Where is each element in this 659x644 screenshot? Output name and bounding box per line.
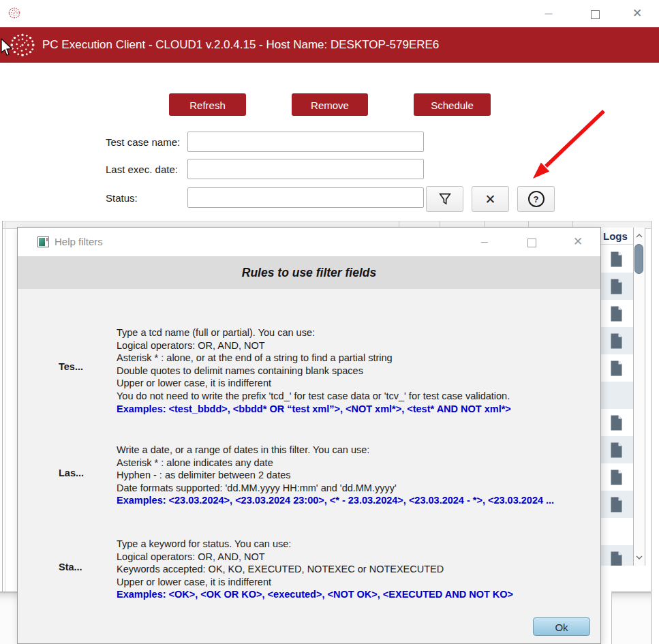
app-logo-icon (7, 6, 21, 20)
grid-vertical-scrollbar[interactable] (633, 228, 645, 566)
dialog-app-icon (37, 236, 49, 247)
table-row[interactable] (599, 518, 634, 545)
help-section-label: Las... (59, 467, 113, 478)
table-row[interactable] (599, 273, 634, 300)
help-section-examples: Examples: <OK>, <OK OR KO>, <executed>, … (117, 588, 598, 601)
logs-column-header[interactable]: Logs (598, 228, 633, 245)
maximize-icon (591, 10, 600, 19)
close-button[interactable]: ✕ (626, 5, 649, 22)
help-section-examples: Examples: <23.03.2024>, <23.03.2024 23:0… (117, 494, 598, 507)
log-file-icon[interactable] (609, 251, 624, 268)
log-file-icon[interactable] (609, 496, 624, 513)
grid-right-border (651, 221, 652, 644)
scrollbar-thumb[interactable] (634, 244, 643, 274)
help-section-examples: Examples: <test_bbdd>, <bbdd* OR “test x… (117, 403, 598, 416)
help-filter-button[interactable]: ? (517, 186, 555, 212)
table-row[interactable] (599, 545, 634, 566)
dialog-maximize-icon (527, 239, 536, 247)
refresh-button[interactable]: Refresh (169, 93, 246, 116)
remove-button[interactable]: Remove (292, 93, 368, 116)
table-row[interactable] (599, 436, 634, 463)
table-row[interactable] (599, 245, 634, 273)
apply-filter-button[interactable] (426, 186, 463, 212)
app-logo-icon-large (8, 31, 37, 59)
dialog-heading-band: Rules to use filter fields (18, 256, 600, 289)
dialog-minimize-button[interactable]: ─ (473, 233, 496, 251)
app-title: PC Execution Client - CLOUD1 v.2.0.4.15 … (42, 27, 439, 63)
log-file-icon[interactable] (609, 278, 624, 295)
help-filters-dialog: Help filters ─ ✕ Rules to use filter fie… (17, 227, 601, 644)
table-row[interactable] (599, 491, 634, 518)
grid-left-border (2, 221, 3, 592)
app-root: ─ ✕ PC Execution Client - CLOUD1 v.2.0.4… (0, 0, 659, 644)
clear-filter-button[interactable]: ✕ (472, 186, 509, 212)
last-exec-date-input[interactable] (187, 159, 424, 179)
help-question-icon: ? (528, 191, 545, 207)
log-file-icon[interactable] (609, 333, 624, 350)
table-row[interactable] (599, 382, 634, 409)
log-file-icon[interactable] (609, 414, 624, 431)
help-section-text: Type a tcd name (full or partial). You c… (117, 326, 598, 415)
table-row[interactable] (599, 300, 634, 327)
main-titlebar: ─ ✕ (0, 0, 659, 27)
table-row[interactable] (599, 463, 634, 491)
dialog-close-button[interactable]: ✕ (566, 233, 589, 251)
help-section-text: Write a date, or a range of dates in thi… (117, 444, 598, 507)
help-section-label: Sta... (59, 562, 113, 572)
test-case-name-input[interactable] (187, 132, 424, 152)
table-row[interactable] (599, 409, 634, 436)
scrollbar-up-arrow[interactable] (634, 229, 645, 243)
scrollbar-down-arrow[interactable] (634, 551, 645, 564)
grid-first-column-edge (5, 221, 5, 592)
dialog-titlebar: Help filters ─ ✕ (18, 228, 600, 256)
filter-funnel-icon (438, 191, 453, 206)
minimize-button[interactable]: ─ (537, 5, 560, 22)
ok-button[interactable]: Ok (533, 617, 590, 636)
dialog-title: Help filters (55, 228, 103, 256)
log-file-icon[interactable] (609, 469, 624, 486)
maximize-button[interactable] (583, 5, 607, 22)
schedule-button[interactable]: Schedule (414, 93, 491, 116)
log-file-icon[interactable] (609, 305, 624, 322)
table-row[interactable] (599, 327, 634, 354)
log-file-icon[interactable] (609, 360, 624, 377)
help-section-label: Tes... (59, 361, 113, 372)
help-section-text: Type a keyword for status. You can use:L… (117, 538, 598, 601)
log-file-icon[interactable] (609, 551, 624, 566)
table-row[interactable] (599, 354, 634, 382)
dialog-maximize-button[interactable] (520, 233, 543, 251)
status-input[interactable] (187, 187, 424, 208)
bottom-panel-gap (601, 592, 611, 644)
dialog-heading: Rules to use filter fields (18, 256, 600, 289)
logs-column-rows (598, 245, 634, 566)
log-file-icon[interactable] (609, 442, 624, 459)
bottom-panel-divider (611, 592, 612, 644)
app-header-bar: PC Execution Client - CLOUD1 v.2.0.4.15 … (0, 27, 659, 63)
clear-x-icon: ✕ (485, 191, 496, 207)
